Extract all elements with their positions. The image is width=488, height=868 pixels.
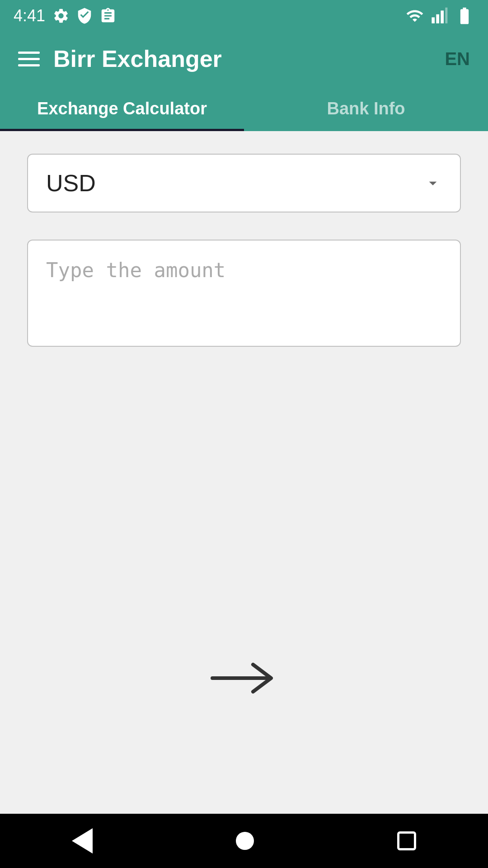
svg-rect-0 [432,17,435,23]
app-bar: Birr Exchanger EN [0,32,488,86]
language-button[interactable]: EN [445,49,470,69]
nav-back-button[interactable] [72,828,93,854]
tab-exchange-calculator[interactable]: Exchange Calculator [0,86,244,131]
app-bar-left: Birr Exchanger [18,45,222,72]
clipboard-icon [99,7,117,24]
arrow-button-container [208,656,280,701]
tab-exchange-calculator-label: Exchange Calculator [37,99,207,118]
svg-rect-2 [441,10,444,23]
amount-input[interactable] [46,259,442,328]
navigation-bar [0,814,488,868]
chevron-down-icon [424,174,442,192]
nav-recents-button[interactable] [397,831,416,850]
convert-arrow-button[interactable] [208,656,280,701]
hamburger-line-1 [18,52,40,54]
svg-rect-1 [436,14,439,24]
status-time: 4:41 [14,6,45,25]
app-title: Birr Exchanger [53,45,222,72]
hamburger-menu-button[interactable] [18,52,40,66]
currency-selector[interactable]: USD [27,154,461,212]
hamburger-line-2 [18,58,40,60]
recents-icon [397,831,416,850]
battery-icon [455,6,474,26]
currency-value: USD [46,170,96,197]
amount-input-container [27,240,461,347]
gear-icon [52,7,70,24]
tab-bar: Exchange Calculator Bank Info [0,86,488,131]
home-icon [236,832,254,850]
status-bar-left: 4:41 [14,6,117,25]
back-icon [72,828,93,854]
arrow-right-icon [208,656,280,701]
shield-icon [76,7,93,24]
nav-home-button[interactable] [236,832,254,850]
status-bar: 4:41 [0,0,488,32]
signal-icon [430,7,448,25]
hamburger-line-3 [18,64,40,66]
tab-bank-info[interactable]: Bank Info [244,86,488,131]
status-icons-right [406,6,474,26]
svg-rect-3 [445,8,447,24]
wifi-icon [406,7,424,25]
main-content: USD [0,131,488,814]
status-icons-left [52,7,117,24]
tab-bank-info-label: Bank Info [327,99,405,118]
